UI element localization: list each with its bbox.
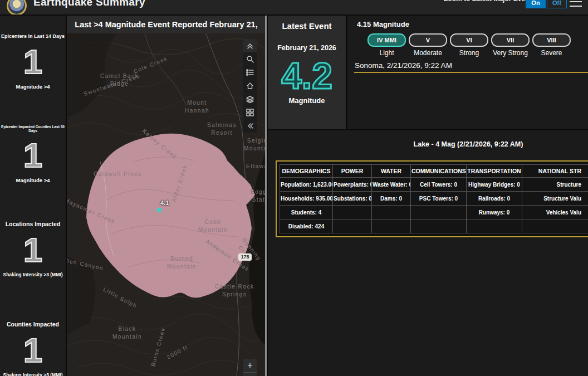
cell: PSC Towers: 0 [411, 192, 467, 206]
latest-event-date: February 21, 2026 [268, 44, 346, 52]
map-label: Caldwell Pines [94, 170, 142, 178]
cell: Substations: 0 [333, 192, 372, 206]
cell [333, 206, 372, 219]
stat-sublabel: Magnitude >4 [0, 84, 66, 90]
zoom-out-button[interactable] [243, 373, 257, 376]
stat-value: 1 [0, 233, 66, 267]
stat-value: 1 [0, 45, 66, 79]
col-demographics: DEMOGRAPHICS [280, 165, 333, 178]
cell [372, 219, 411, 233]
search-icon[interactable] [243, 52, 257, 66]
impact-table-title: Lake - 4 Mag (2/21/2026, 9:22 AM) [276, 140, 588, 148]
epicenter-point[interactable] [157, 208, 161, 212]
cell: Powerplants: 0 [333, 178, 372, 192]
basemap-icon[interactable] [243, 106, 257, 119]
cell: Vehicles Valu [522, 206, 588, 219]
cell [372, 206, 411, 219]
dashboard: Earthquake Summary Zoom to Latest Major … [0, 0, 588, 376]
highway-shield: 175 [238, 253, 252, 261]
agency-logo [7, 0, 27, 14]
map-canvas[interactable]: Cole Creek Camel Back Ridge Sweetwater C… [67, 33, 266, 376]
table-row: Disabled: 424 [280, 219, 588, 233]
stat-counties-impacted: Counties Impacted 1 Shaking Intensity >3… [0, 321, 66, 376]
mmi-scale: IV MMI Light V Moderate VI Strong VII Ve… [367, 33, 571, 57]
map-label: Salminas Resort [207, 121, 237, 136]
stat-label: Epicenter Impacted Counties Last 30 Days [0, 125, 66, 133]
cell: Structure [522, 178, 588, 192]
cell: Dams: 0 [372, 192, 411, 206]
col-communications: COMMUNICATIONS [411, 165, 467, 178]
cell: Structure Valu [522, 192, 588, 206]
latest-event-magnitude-label: Magnitude [268, 96, 346, 105]
table-row: Population: 1,623.00 Powerplants: 0 Wast… [280, 178, 588, 192]
cell [522, 219, 588, 233]
stat-value: 1 [0, 138, 66, 173]
stat-epicenters: Epicenters in Last 14 Days 1 Magnitude >… [0, 33, 66, 90]
mmi-panel: 4.15 Magnitude IV MMI Light V Moderate V… [347, 16, 588, 129]
mmi-pill-iv[interactable]: IV MMI [367, 33, 406, 47]
mmi-panel-title: 4.15 Magnitude [357, 20, 409, 28]
mmi-pill-vii[interactable]: VII [491, 33, 530, 47]
cell [467, 219, 522, 233]
mmi-pill-label: Light [367, 49, 406, 57]
zoom-toggle-label: Zoom to Latest Major Event [444, 0, 531, 3]
map-label: Ettawa [246, 163, 266, 170]
mmi-pill-viii[interactable]: VIII [532, 33, 571, 47]
legend-icon[interactable] [243, 66, 257, 79]
mmi-pill-label: Very Strong [491, 49, 530, 57]
map-label: Seigler Mountain [244, 137, 266, 152]
cell: Cell Towers: 0 [411, 178, 467, 192]
stat-label: Locations Impacted [0, 221, 66, 227]
stat-label: Epicenters in Last 14 Days [0, 33, 66, 39]
stat-sublabel: Shaking Intensity >3 (MMI) [0, 372, 66, 376]
stat-label: Counties Impacted [0, 321, 66, 328]
map-label: Black Mountain [112, 325, 142, 340]
sidebar: Epicenters in Last 14 Days 1 Magnitude >… [0, 16, 66, 376]
map-label: Castle Rock Springs [215, 283, 254, 298]
collapse-left-icon[interactable] [243, 119, 257, 133]
cell [333, 219, 372, 233]
map-label: Mount Hannah [185, 99, 209, 114]
col-transportation: TRANSPORTATION [467, 165, 522, 178]
stat-epicenter-counties: Epicenter Impacted Counties Last 30 Days… [0, 125, 66, 183]
cell [411, 206, 467, 219]
zoom-in-button[interactable]: + [243, 359, 257, 372]
cell: Railroads: 0 [467, 192, 522, 206]
cell: Disabled: 424 [280, 219, 333, 233]
cell: Waste Water: 0 [372, 178, 411, 192]
event-list-item[interactable]: Sonoma, 2/21/2026, 9:22 AM [355, 61, 452, 70]
mmi-pill-label: Strong [450, 49, 488, 57]
collapse-up-icon[interactable] [243, 39, 257, 52]
map-label: Cobb Mountain [198, 218, 228, 233]
map-label: Boggs State [251, 188, 266, 203]
map-title: Last >4 Magnitude Event Reported Februar… [67, 16, 266, 33]
cell: Households: 935.00 [280, 192, 333, 206]
mmi-pill-v[interactable]: V [409, 33, 447, 47]
latest-event-panel: Latest Event February 21, 2026 4.2 Magni… [268, 16, 346, 129]
table-row: Students: 4 Runways: 0 Vehicles Valu [280, 206, 588, 219]
stat-sublabel: Magnitude >4 [0, 177, 66, 183]
table-header-row: DEMOGRAPHICS POWER WATER COMMUNICATIONS … [280, 165, 588, 178]
cell: Students: 4 [280, 206, 333, 219]
zoom-on-button[interactable]: On [526, 0, 546, 8]
col-power: POWER [333, 165, 372, 178]
app-header: Earthquake Summary Zoom to Latest Major … [0, 0, 588, 14]
stat-value: 1 [0, 333, 66, 368]
map-label: Burned Mountain [167, 255, 197, 270]
map-zoom-control: + [243, 359, 257, 376]
table-row: Households: 935.00 Substations: 0 Dams: … [280, 192, 588, 206]
event-list-item-underline [354, 72, 588, 73]
map-panel: Last >4 Magnitude Event Reported Februar… [67, 16, 266, 376]
layers-icon[interactable] [243, 92, 257, 106]
cell: Population: 1,623.00 [280, 178, 333, 192]
zoom-off-button[interactable]: Off [547, 0, 567, 8]
hamburger-menu-icon[interactable] [569, 0, 582, 14]
stat-locations-impacted: Locations Impacted 1 Shaking Intensity >… [0, 221, 66, 277]
map-toolbar [243, 39, 257, 133]
home-icon[interactable] [243, 79, 257, 92]
mmi-pill-vi[interactable]: VI [450, 33, 488, 47]
impact-table-panel: Lake - 4 Mag (2/21/2026, 9:22 AM) DEMOGR… [268, 130, 588, 376]
epicenter-magnitude-label: 4.1 [160, 199, 169, 206]
cell [411, 219, 467, 233]
panel-resize-handle[interactable] [265, 16, 267, 376]
